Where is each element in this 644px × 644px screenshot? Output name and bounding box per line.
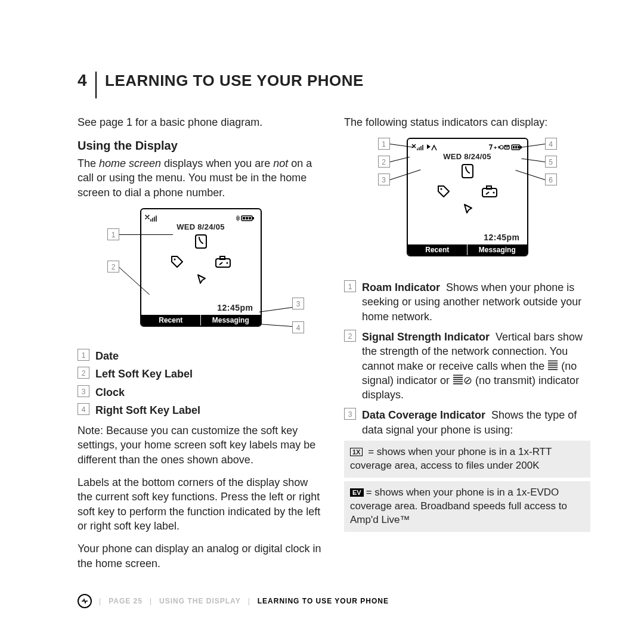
phone-statusbar [141,209,261,221]
legend-num-2: 2 [78,367,89,379]
data-vm-battery-icon: + [488,141,524,155]
svg-rect-14 [513,146,515,148]
phone-icon [460,163,475,179]
battery-vibrate-icon [236,211,257,225]
para-softkey-functions: Labels at the bottom corners of the disp… [78,475,324,533]
svg-text:+: + [494,145,497,151]
svg-rect-4 [249,217,251,219]
legend-num-1: 1 [78,349,89,361]
legend-num-3: 3 [78,385,89,397]
soft-key-right-right: Messaging [467,244,527,255]
chip-ev-icon: EV [350,488,364,497]
svg-point-21 [493,191,495,193]
def-row-signal: 2 Signal Strength Indicator Vertical bar… [344,330,590,402]
list-item: 4 Right Soft Key Label [78,403,324,417]
callout-box-3: 3 [292,298,304,309]
svg-point-9 [227,262,228,264]
callout-box-1: 1 [107,228,119,240]
soft-key-left: Recent [141,315,202,326]
callout-r-6: 6 [545,174,557,185]
phone-diagram-right: + WED 8/24/05 [407,138,528,256]
svg-rect-8 [220,256,225,259]
coverage-text-1x: = shows when your phone is in a 1x-RTT c… [350,446,552,471]
tag-icon [436,184,451,199]
list-item: 1 Date [78,349,324,363]
left-column: See page 1 for a basic phone diagram. Us… [78,115,324,579]
def-row-data: 3 Data Coverage Indicator Shows the type… [344,408,590,437]
phone-home-icons [141,233,261,294]
def-desc-roam: Roam Indicator Shows when your phone is … [362,280,590,324]
tag-icon [169,254,185,270]
legend-label-left-softkey: Left Soft Key Label [95,367,193,381]
pointer-icon [460,203,475,218]
chip-1x-icon: 1X [350,448,363,456]
def-num-2: 2 [344,330,356,342]
phone-icon [193,234,209,249]
chapter-title: LEARNING TO USE YOUR PHONE [105,72,364,89]
coverage-box-ev: EV= shows when your phone is in a 1x-EVD… [344,481,590,532]
phone-diagram-left: WED 8/24/05 12:45pm [140,208,262,327]
coverage-text-ev: = shows when your phone is in a 1x-EVDO … [350,487,567,525]
term-home-screen: home screen [99,157,161,169]
callout-r-2: 2 [378,156,390,168]
status-indicator-defs: 1 Roam Indicator Shows when your phone i… [344,280,590,437]
legend-label-date: Date [95,349,119,363]
signal-icon [145,211,158,225]
callout-box-4: 4 [292,321,304,333]
term-not: not [273,157,288,169]
def-term-data: Data Coverage Indicator [362,409,485,421]
camera-icon [214,254,232,270]
def-term-signal: Signal Strength Indicator [362,331,490,343]
home-screen-intro: The home screen displays when you are no… [78,156,324,200]
def-desc-signal: Signal Strength Indicator Vertical bars … [362,330,590,402]
svg-point-18 [440,188,442,190]
svg-point-6 [174,258,175,260]
see-page-ref: See page 1 for a basic phone diagram. [78,115,324,129]
def-num-3: 3 [344,408,356,420]
svg-rect-15 [515,146,517,148]
svg-rect-2 [243,217,245,219]
note-softkey-custom: Note: Because you can customize the soft… [78,423,324,467]
legend-num-4: 4 [78,403,89,415]
phone-home-icons-right [408,162,527,224]
camera-icon [481,184,499,199]
status-intro: The following status indicators can disp… [344,115,590,129]
callout-r-1: 1 [378,138,390,150]
section-heading-using-display: Using the Display [78,138,324,154]
svg-rect-1 [252,217,254,219]
def-term-roam: Roam Indicator [362,281,440,293]
soft-key-left-right: Recent [408,244,468,255]
svg-rect-3 [246,217,248,219]
def-row-roam: 1 Roam Indicator Shows when your phone i… [344,280,590,324]
footer-crumb-2: LEARNING TO USE YOUR PHONE [258,596,389,606]
page-footer: | PAGE 25 | USING THE DISPLAY | LEARNING… [78,594,389,608]
chapter-number: 4 [78,72,97,98]
roam-signal-icon [411,141,439,155]
def-num-1: 1 [344,280,356,292]
svg-rect-16 [518,146,519,148]
phone-statusbar-right: + [408,139,527,150]
list-item: 3 Clock [78,385,324,400]
svg-rect-20 [487,186,491,189]
callout-r-3: 3 [378,174,390,185]
intro-b: displays when you are [161,157,273,169]
coverage-box-1x: 1X = shows when your phone is in a 1x-RT… [344,441,590,478]
footer-page-number: PAGE 25 [109,596,143,606]
right-column: The following status indicators can disp… [344,115,590,579]
callout-box-2: 2 [107,261,119,273]
phone-time-right: 12:45pm [479,232,524,243]
callout-legend: 1 Date 2 Left Soft Key Label 3 Clock 4 R… [78,349,324,417]
pointer-icon [193,273,209,289]
footer-crumb-1: USING THE DISPLAY [159,596,241,606]
chapter-heading: 4 LEARNING TO USE YOUR PHONE [78,72,590,98]
footer-logo-icon [78,594,92,608]
para-clock-option: Your phone can display an analog or digi… [78,541,324,571]
callout-r-5: 5 [545,156,557,168]
list-item: 2 Left Soft Key Label [78,367,324,381]
intro-a: The [78,157,99,169]
phone-time: 12:45pm [212,302,258,314]
callout-r-4: 4 [545,138,557,150]
legend-label-right-softkey: Right Soft Key Label [95,403,200,417]
def-desc-data: Data Coverage Indicator Shows the type o… [362,408,590,437]
legend-label-clock: Clock [95,385,125,400]
